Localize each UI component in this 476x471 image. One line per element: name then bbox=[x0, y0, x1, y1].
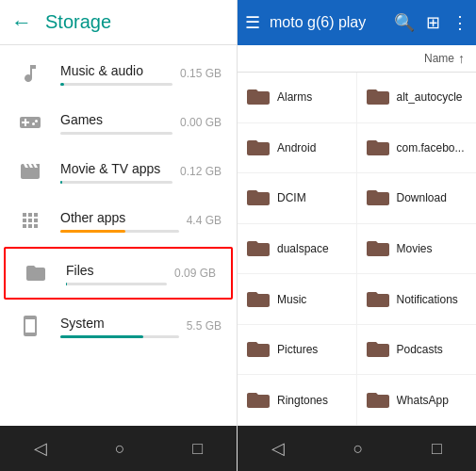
file-item-movies[interactable]: Movies bbox=[357, 224, 477, 275]
folder-icon bbox=[367, 288, 389, 311]
movies-info: Movie & TV apps bbox=[60, 160, 172, 184]
folder-icon bbox=[247, 338, 270, 361]
otherapps-info: Other apps bbox=[60, 209, 179, 233]
folder-icon bbox=[367, 86, 389, 108]
left-panel: ← Storage Music & audio0.15 GBGames0.00 … bbox=[0, 0, 238, 471]
otherapps-bar-container bbox=[60, 230, 179, 233]
file-grid: Alarmsalt_autocycleAndroidcom.facebo...D… bbox=[238, 73, 476, 426]
search-icon[interactable]: 🔍 bbox=[394, 12, 415, 33]
movies-icon bbox=[15, 156, 45, 187]
file-name: dualspace bbox=[277, 242, 329, 255]
file-item-download[interactable]: Download bbox=[357, 173, 477, 224]
file-name: Alarms bbox=[277, 90, 312, 104]
storage-item-games[interactable]: Games0.00 GB bbox=[0, 98, 237, 147]
back-button[interactable]: ← bbox=[11, 10, 32, 35]
file-item-com-facebo---[interactable]: com.facebo... bbox=[357, 123, 477, 174]
music-bar bbox=[60, 83, 64, 86]
system-bar-container bbox=[60, 335, 179, 338]
system-bar bbox=[60, 335, 143, 338]
movies-bar-container bbox=[60, 181, 172, 184]
movies-size: 0.12 GB bbox=[180, 165, 222, 178]
games-icon bbox=[15, 107, 45, 138]
music-label: Music & audio bbox=[60, 63, 143, 78]
file-name: Music bbox=[277, 293, 306, 306]
more-icon[interactable]: ⋮ bbox=[451, 12, 468, 33]
left-header: ← Storage bbox=[0, 0, 237, 45]
file-item-alarms[interactable]: Alarms bbox=[238, 73, 357, 123]
file-item-pictures[interactable]: Pictures bbox=[238, 325, 357, 376]
file-name: Ringtones bbox=[277, 394, 328, 407]
system-size: 5.5 GB bbox=[187, 319, 222, 333]
storage-list: Music & audio0.15 GBGames0.00 GBMovie & … bbox=[0, 45, 237, 426]
system-icon bbox=[15, 311, 45, 341]
file-name: Android bbox=[277, 141, 316, 154]
grid-icon[interactable]: ⊞ bbox=[426, 12, 440, 33]
file-item-whatsapp[interactable]: WhatsApp bbox=[357, 375, 477, 426]
storage-item-files[interactable]: Files0.09 GB bbox=[4, 247, 233, 300]
files-info: Files bbox=[66, 262, 167, 285]
folder-icon bbox=[367, 338, 389, 361]
hamburger-icon[interactable]: ☰ bbox=[245, 12, 260, 33]
right-panel: ☰ moto g(6) play 🔍 ⊞ ⋮ Name ↑ Alarmsalt_… bbox=[238, 0, 476, 471]
files-label: Files bbox=[66, 263, 94, 278]
folder-icon bbox=[367, 389, 389, 412]
right-title: moto g(6) play bbox=[270, 14, 394, 31]
right-nav-btn-1[interactable]: ○ bbox=[353, 439, 364, 459]
left-nav-btn-2[interactable]: □ bbox=[192, 439, 203, 459]
folder-icon bbox=[367, 237, 389, 260]
otherapps-icon bbox=[15, 205, 45, 236]
file-name: Podcasts bbox=[397, 343, 443, 356]
file-name: com.facebo... bbox=[397, 141, 465, 154]
folder-icon bbox=[247, 86, 270, 108]
movies-bar bbox=[60, 181, 62, 184]
otherapps-size: 4.4 GB bbox=[187, 214, 222, 227]
folder-icon bbox=[247, 187, 270, 209]
file-item-music[interactable]: Music bbox=[238, 274, 357, 325]
folder-icon bbox=[247, 137, 270, 159]
storage-item-music[interactable]: Music & audio0.15 GB bbox=[0, 49, 237, 98]
otherapps-label: Other apps bbox=[60, 210, 125, 225]
sort-bar[interactable]: Name ↑ bbox=[238, 45, 476, 73]
right-nav-btn-0[interactable]: ◁ bbox=[271, 438, 285, 459]
folder-icon bbox=[247, 237, 270, 260]
music-bar-container bbox=[60, 83, 172, 86]
file-name: Movies bbox=[397, 242, 433, 255]
folder-icon bbox=[247, 288, 270, 311]
right-nav-btn-2[interactable]: □ bbox=[432, 439, 442, 459]
games-bar-container bbox=[60, 132, 172, 135]
file-item-podcasts[interactable]: Podcasts bbox=[357, 325, 477, 376]
file-item-notifications[interactable]: Notifications bbox=[357, 274, 477, 325]
system-label: System bbox=[60, 316, 105, 331]
files-icon bbox=[21, 258, 51, 288]
left-bottom-nav: ◁○□ bbox=[0, 426, 237, 471]
music-icon bbox=[15, 58, 45, 89]
storage-item-movies[interactable]: Movie & TV apps0.12 GB bbox=[0, 147, 237, 196]
file-item-ringtones[interactable]: Ringtones bbox=[238, 375, 357, 426]
system-info: System bbox=[60, 315, 179, 338]
files-bar bbox=[66, 283, 67, 285]
games-info: Games bbox=[60, 111, 172, 135]
folder-icon bbox=[247, 389, 270, 412]
file-item-alt-autocycle[interactable]: alt_autocycle bbox=[357, 73, 477, 123]
movies-label: Movie & TV apps bbox=[60, 161, 160, 176]
file-name: Download bbox=[397, 191, 447, 204]
file-item-dualspace[interactable]: dualspace bbox=[238, 224, 357, 275]
left-nav-btn-0[interactable]: ◁ bbox=[34, 438, 47, 459]
file-item-dcim[interactable]: DCIM bbox=[238, 173, 357, 224]
file-name: WhatsApp bbox=[397, 394, 449, 407]
folder-icon bbox=[367, 137, 389, 159]
sort-label: Name bbox=[424, 52, 454, 65]
file-name: Pictures bbox=[277, 343, 318, 356]
storage-item-otherapps[interactable]: Other apps4.4 GB bbox=[0, 196, 237, 245]
left-nav-btn-1[interactable]: ○ bbox=[115, 439, 125, 459]
files-bar-container bbox=[66, 283, 167, 285]
otherapps-bar bbox=[60, 230, 125, 233]
music-size: 0.15 GB bbox=[180, 67, 222, 80]
file-item-android[interactable]: Android bbox=[238, 123, 357, 174]
file-name: DCIM bbox=[277, 191, 306, 204]
games-size: 0.00 GB bbox=[180, 116, 222, 129]
file-name: Notifications bbox=[397, 293, 458, 306]
storage-item-system[interactable]: System5.5 GB bbox=[0, 301, 237, 350]
right-bottom-nav: ◁○□ bbox=[238, 426, 476, 471]
right-header: ☰ moto g(6) play 🔍 ⊞ ⋮ bbox=[238, 0, 476, 45]
